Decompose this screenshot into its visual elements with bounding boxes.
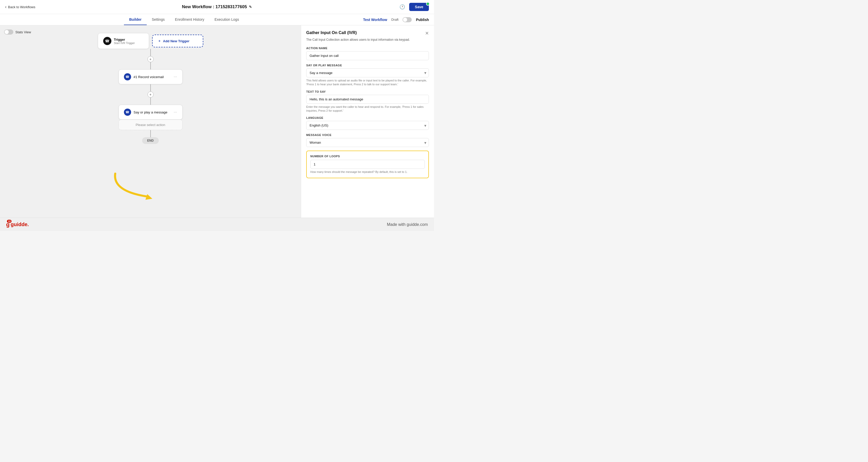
draft-label: Draft — [391, 18, 398, 22]
workflow-canvas: Stats View ☎ Trigger Start IVR Trigger ＋… — [0, 25, 301, 231]
number-of-loops-section: NUMBER OF LOOPS How many times should th… — [306, 151, 429, 178]
badge-count: 33 — [7, 220, 11, 223]
message-voice-label: MESSAGE VOICE — [306, 133, 429, 136]
right-panel: Gather Input On Call (IVR) ✕ The Call In… — [301, 25, 434, 231]
sub-navigation: Builder Settings Enrollment History Exec… — [0, 14, 434, 25]
tab-execution-logs[interactable]: Execution Logs — [210, 14, 244, 25]
connector-2 — [150, 62, 151, 69]
text-to-say-hint: Enter the message you want the caller to… — [306, 105, 429, 113]
message-voice-select-wrapper: Woman Man — [306, 138, 429, 147]
text-to-say-input[interactable] — [306, 95, 429, 104]
language-select[interactable]: English (US) Spanish — [306, 121, 429, 130]
message-voice-select[interactable]: Woman Man — [306, 138, 429, 147]
connector-5 — [150, 130, 151, 137]
stats-view-toggle-container: Stats View — [4, 29, 31, 35]
say-play-hint: This field allows users to upload an aud… — [306, 79, 429, 87]
tab-builder[interactable]: Builder — [124, 14, 147, 25]
annotation-arrow — [107, 171, 164, 206]
say-play-label: SAY OR PLAY MESSAGE — [306, 64, 429, 67]
node-2-label: Say or play a message — [134, 111, 171, 114]
stats-view-toggle[interactable] — [4, 29, 13, 35]
trigger-icon: ☎ — [103, 37, 112, 45]
subnav-right: Test Workflow Draft Publish — [363, 17, 429, 22]
say-play-select-wrapper: Say a message Play audio file — [306, 68, 429, 78]
action-name-label: ACTION NAME — [306, 47, 429, 50]
publish-label[interactable]: Publish — [416, 18, 429, 22]
say-play-select[interactable]: Say a message Play audio file — [306, 68, 429, 78]
trigger-row: ☎ Trigger Start IVR Trigger ＋ Add New Tr… — [98, 33, 203, 49]
text-to-say-label: TEXT TO SAY — [306, 90, 429, 93]
save-button[interactable]: Save — [409, 3, 429, 11]
back-arrow-icon: ‹ — [5, 5, 6, 9]
number-loops-input[interactable] — [310, 160, 425, 169]
panel-header: Gather Input On Call (IVR) ✕ — [306, 30, 429, 36]
panel-subtitle: The Call Input Collection action allows … — [306, 38, 429, 42]
node-2-menu-icon[interactable]: ··· — [174, 110, 177, 115]
connector-1 — [150, 49, 151, 56]
end-node: END — [142, 137, 159, 144]
footer: g 33 guidde. Made with guidde.com — [0, 218, 434, 231]
toggle-knob — [403, 18, 407, 22]
notification-badge: g 33 — [6, 221, 9, 228]
node-1-label: #1 Record voicemail — [134, 75, 171, 79]
tab-settings[interactable]: Settings — [147, 14, 170, 25]
plus-icon: ＋ — [158, 39, 161, 43]
svg-marker-0 — [146, 194, 152, 200]
panel-close-button[interactable]: ✕ — [425, 30, 429, 36]
connector-4 — [150, 98, 151, 105]
panel-title: Gather Input On Call (IVR) — [306, 30, 357, 35]
history-icon[interactable]: 🕐 — [399, 4, 405, 10]
draft-publish-toggle[interactable] — [403, 17, 412, 22]
tab-enrollment-history[interactable]: Enrollment History — [170, 14, 209, 25]
add-node-button-1[interactable]: + — [148, 56, 154, 62]
node-2-icon: ☎ — [124, 109, 131, 116]
node-1-icon: ☎ — [124, 73, 131, 81]
stats-view-label: Stats View — [16, 30, 31, 34]
workflow-title: New Workflow : 1715283177605 — [182, 4, 247, 9]
header-right-actions: 🕐 Save — [399, 3, 429, 11]
app-header: ‹ Back to Workflows New Workflow : 17152… — [0, 0, 434, 14]
test-workflow-button[interactable]: Test Workflow — [363, 18, 387, 22]
trigger-node[interactable]: ☎ Trigger Start IVR Trigger — [98, 33, 149, 49]
add-node-button-2[interactable]: + — [148, 91, 154, 98]
action-node-1[interactable]: ☎ #1 Record voicemail ··· — [119, 69, 183, 84]
add-trigger-label: Add New Trigger — [163, 39, 189, 43]
select-action-placeholder[interactable]: Please select action — [119, 120, 183, 130]
add-trigger-button[interactable]: ＋ Add New Trigger — [152, 35, 203, 48]
edit-title-icon[interactable]: ✎ — [249, 5, 252, 9]
nav-tabs: Builder Settings Enrollment History Exec… — [5, 14, 363, 25]
guidde-logo: g 33 guidde. — [6, 221, 29, 228]
logo-full-text: guidde. — [10, 221, 29, 227]
select-action-label: Please select action — [136, 123, 165, 127]
trigger-subtitle: Start IVR Trigger — [114, 41, 135, 44]
main-content: Stats View ☎ Trigger Start IVR Trigger ＋… — [0, 25, 434, 231]
stats-toggle-knob — [5, 30, 9, 34]
node-1-menu-icon[interactable]: ··· — [174, 74, 177, 79]
number-loops-label: NUMBER OF LOOPS — [310, 155, 425, 158]
made-with-guidde: Made with guidde.com — [387, 222, 428, 227]
number-loops-hint: How many times should the message be rep… — [310, 170, 425, 174]
trigger-title: Trigger — [114, 38, 135, 41]
trigger-text: Trigger Start IVR Trigger — [114, 38, 135, 44]
connector-3 — [150, 84, 151, 91]
language-label: LANGUAGE — [306, 116, 429, 119]
back-to-workflows-button[interactable]: ‹ Back to Workflows — [5, 5, 35, 9]
action-node-2[interactable]: ☎ Say or play a message ··· — [119, 105, 183, 120]
workflow-nodes: ☎ Trigger Start IVR Trigger ＋ Add New Tr… — [98, 30, 203, 144]
workflow-title-container: New Workflow : 1715283177605 ✎ — [182, 4, 252, 9]
language-select-wrapper: English (US) Spanish — [306, 121, 429, 130]
action-name-input[interactable] — [306, 51, 429, 60]
back-label: Back to Workflows — [8, 5, 35, 9]
